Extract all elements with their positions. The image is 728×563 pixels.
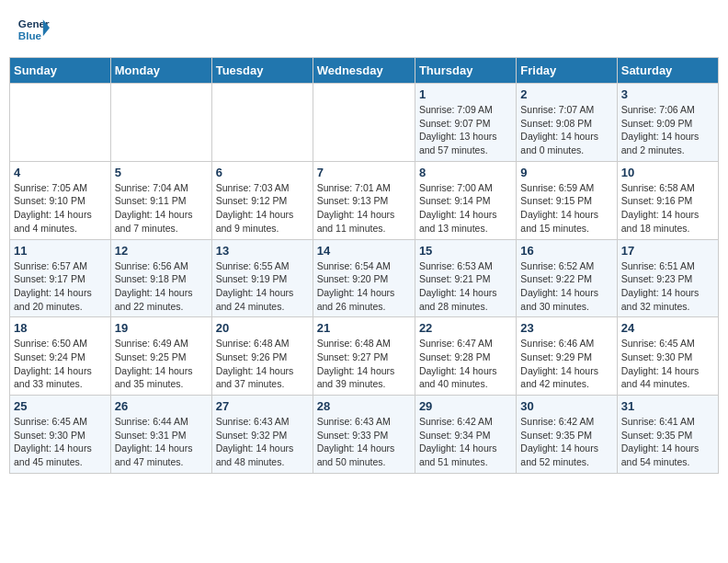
calendar-cell (110, 84, 211, 162)
calendar-cell: 30Sunrise: 6:42 AM Sunset: 9:35 PM Dayli… (517, 396, 617, 474)
cell-info: Sunrise: 6:41 AM Sunset: 9:35 PM Dayligh… (621, 415, 714, 469)
day-number: 25 (14, 399, 107, 413)
calendar-cell: 2Sunrise: 7:07 AM Sunset: 9:08 PM Daylig… (517, 84, 617, 162)
day-number: 8 (419, 166, 512, 179)
calendar-cell: 21Sunrise: 6:48 AM Sunset: 9:27 PM Dayli… (313, 317, 415, 396)
day-number: 29 (419, 399, 512, 413)
calendar-cell: 1Sunrise: 7:09 AM Sunset: 9:07 PM Daylig… (415, 84, 516, 162)
day-number: 1 (419, 87, 512, 101)
cell-info: Sunrise: 6:57 AM Sunset: 9:17 PM Dayligh… (14, 259, 107, 314)
day-number: 19 (115, 321, 208, 335)
day-number: 7 (317, 166, 411, 179)
calendar-cell: 11Sunrise: 6:57 AM Sunset: 9:17 PM Dayli… (10, 239, 111, 317)
cell-info: Sunrise: 6:54 AM Sunset: 9:20 PM Dayligh… (317, 259, 411, 314)
calendar-cell: 9Sunrise: 6:59 AM Sunset: 9:15 PM Daylig… (517, 161, 617, 239)
cell-info: Sunrise: 7:04 AM Sunset: 9:11 PM Dayligh… (115, 181, 208, 236)
calendar-cell: 19Sunrise: 6:49 AM Sunset: 9:25 PM Dayli… (110, 317, 211, 396)
cell-info: Sunrise: 6:43 AM Sunset: 9:33 PM Dayligh… (317, 415, 411, 469)
day-number: 27 (216, 399, 309, 413)
cell-info: Sunrise: 7:06 AM Sunset: 9:09 PM Dayligh… (621, 103, 714, 157)
cell-info: Sunrise: 6:53 AM Sunset: 9:21 PM Dayligh… (419, 259, 512, 314)
cell-info: Sunrise: 6:49 AM Sunset: 9:25 PM Dayligh… (115, 337, 208, 391)
cell-info: Sunrise: 6:51 AM Sunset: 9:23 PM Dayligh… (621, 259, 714, 314)
calendar-cell (211, 84, 313, 162)
day-number: 28 (317, 399, 411, 413)
header-cell-saturday: Saturday (617, 58, 718, 84)
page-header: General Blue (9, 9, 719, 50)
cell-info: Sunrise: 7:01 AM Sunset: 9:13 PM Dayligh… (317, 181, 411, 236)
header-cell-monday: Monday (110, 58, 211, 84)
calendar-cell: 28Sunrise: 6:43 AM Sunset: 9:33 PM Dayli… (313, 396, 415, 474)
calendar-cell: 31Sunrise: 6:41 AM Sunset: 9:35 PM Dayli… (617, 396, 718, 474)
calendar-cell: 23Sunrise: 6:46 AM Sunset: 9:29 PM Dayli… (517, 317, 617, 396)
week-row-2: 4Sunrise: 7:05 AM Sunset: 9:10 PM Daylig… (10, 161, 719, 239)
calendar-cell: 29Sunrise: 6:42 AM Sunset: 9:34 PM Dayli… (415, 396, 516, 474)
calendar-cell: 4Sunrise: 7:05 AM Sunset: 9:10 PM Daylig… (10, 161, 111, 239)
cell-info: Sunrise: 6:52 AM Sunset: 9:22 PM Dayligh… (520, 259, 612, 314)
calendar-cell: 22Sunrise: 6:47 AM Sunset: 9:28 PM Dayli… (415, 317, 516, 396)
cell-info: Sunrise: 6:42 AM Sunset: 9:35 PM Dayligh… (520, 415, 612, 469)
day-number: 26 (115, 399, 208, 413)
cell-info: Sunrise: 7:03 AM Sunset: 9:12 PM Dayligh… (216, 181, 309, 236)
cell-info: Sunrise: 6:42 AM Sunset: 9:34 PM Dayligh… (419, 415, 512, 469)
day-number: 5 (115, 166, 208, 179)
calendar-cell: 18Sunrise: 6:50 AM Sunset: 9:24 PM Dayli… (10, 317, 111, 396)
header-row: SundayMondayTuesdayWednesdayThursdayFrid… (10, 58, 719, 84)
cell-info: Sunrise: 6:46 AM Sunset: 9:29 PM Dayligh… (520, 337, 612, 391)
calendar-cell: 24Sunrise: 6:45 AM Sunset: 9:30 PM Dayli… (617, 317, 718, 396)
cell-info: Sunrise: 6:55 AM Sunset: 9:19 PM Dayligh… (216, 259, 309, 314)
day-number: 10 (621, 166, 714, 179)
cell-info: Sunrise: 6:48 AM Sunset: 9:26 PM Dayligh… (216, 337, 309, 391)
day-number: 2 (520, 87, 612, 101)
cell-info: Sunrise: 6:44 AM Sunset: 9:31 PM Dayligh… (115, 415, 208, 469)
day-number: 31 (621, 399, 714, 413)
cell-info: Sunrise: 7:09 AM Sunset: 9:07 PM Dayligh… (419, 103, 512, 157)
week-row-3: 11Sunrise: 6:57 AM Sunset: 9:17 PM Dayli… (10, 239, 719, 317)
week-row-1: 1Sunrise: 7:09 AM Sunset: 9:07 PM Daylig… (10, 84, 719, 162)
calendar-cell: 8Sunrise: 7:00 AM Sunset: 9:14 PM Daylig… (415, 161, 516, 239)
cell-info: Sunrise: 6:45 AM Sunset: 9:30 PM Dayligh… (621, 337, 714, 391)
calendar-cell: 5Sunrise: 7:04 AM Sunset: 9:11 PM Daylig… (110, 161, 211, 239)
logo: General Blue (17, 13, 50, 46)
calendar-table: SundayMondayTuesdayWednesdayThursdayFrid… (9, 57, 719, 474)
cell-info: Sunrise: 6:47 AM Sunset: 9:28 PM Dayligh… (419, 337, 512, 391)
week-row-5: 25Sunrise: 6:45 AM Sunset: 9:30 PM Dayli… (10, 396, 719, 474)
day-number: 16 (520, 244, 612, 258)
day-number: 22 (419, 321, 512, 335)
calendar-cell: 16Sunrise: 6:52 AM Sunset: 9:22 PM Dayli… (517, 239, 617, 317)
calendar-cell: 17Sunrise: 6:51 AM Sunset: 9:23 PM Dayli… (617, 239, 718, 317)
header-cell-thursday: Thursday (415, 58, 516, 84)
calendar-cell: 26Sunrise: 6:44 AM Sunset: 9:31 PM Dayli… (110, 396, 211, 474)
cell-info: Sunrise: 6:43 AM Sunset: 9:32 PM Dayligh… (216, 415, 309, 469)
calendar-cell: 20Sunrise: 6:48 AM Sunset: 9:26 PM Dayli… (211, 317, 313, 396)
calendar-cell: 7Sunrise: 7:01 AM Sunset: 9:13 PM Daylig… (313, 161, 415, 239)
logo-icon: General Blue (17, 13, 50, 46)
day-number: 17 (621, 244, 714, 258)
day-number: 20 (216, 321, 309, 335)
calendar-cell (10, 84, 111, 162)
day-number: 3 (621, 87, 714, 101)
cell-info: Sunrise: 6:48 AM Sunset: 9:27 PM Dayligh… (317, 337, 411, 391)
cell-info: Sunrise: 6:45 AM Sunset: 9:30 PM Dayligh… (14, 415, 107, 469)
day-number: 12 (115, 244, 208, 258)
cell-info: Sunrise: 7:07 AM Sunset: 9:08 PM Dayligh… (520, 103, 612, 157)
calendar-cell: 13Sunrise: 6:55 AM Sunset: 9:19 PM Dayli… (211, 239, 313, 317)
day-number: 14 (317, 244, 411, 258)
cell-info: Sunrise: 6:56 AM Sunset: 9:18 PM Dayligh… (115, 259, 208, 314)
day-number: 9 (520, 166, 612, 179)
header-cell-sunday: Sunday (10, 58, 111, 84)
day-number: 11 (14, 244, 107, 258)
svg-text:Blue: Blue (18, 29, 42, 41)
day-number: 21 (317, 321, 411, 335)
day-number: 30 (520, 399, 612, 413)
calendar-cell: 14Sunrise: 6:54 AM Sunset: 9:20 PM Dayli… (313, 239, 415, 317)
cell-info: Sunrise: 6:58 AM Sunset: 9:16 PM Dayligh… (621, 181, 714, 236)
day-number: 18 (14, 321, 107, 335)
day-number: 13 (216, 244, 309, 258)
day-number: 15 (419, 244, 512, 258)
calendar-cell: 15Sunrise: 6:53 AM Sunset: 9:21 PM Dayli… (415, 239, 516, 317)
week-row-4: 18Sunrise: 6:50 AM Sunset: 9:24 PM Dayli… (10, 317, 719, 396)
cell-info: Sunrise: 7:00 AM Sunset: 9:14 PM Dayligh… (419, 181, 512, 236)
header-cell-wednesday: Wednesday (313, 58, 415, 84)
calendar-cell: 6Sunrise: 7:03 AM Sunset: 9:12 PM Daylig… (211, 161, 313, 239)
